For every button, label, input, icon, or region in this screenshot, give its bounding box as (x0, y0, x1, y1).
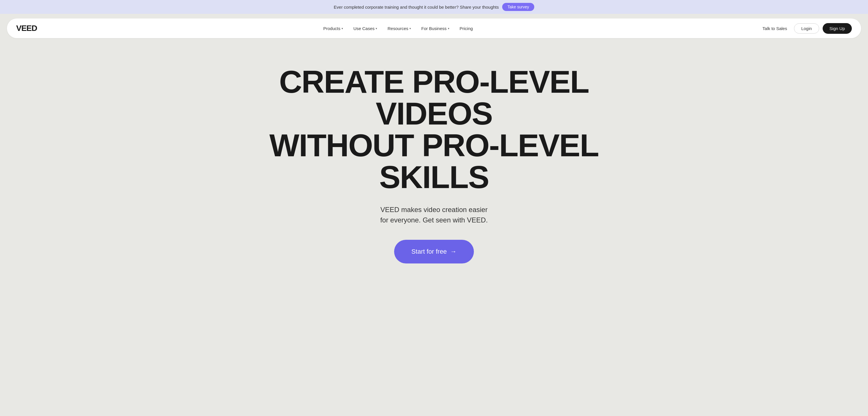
nav-item-for-business[interactable]: For Business ▾ (417, 24, 454, 33)
start-free-button[interactable]: Start for free → (394, 240, 474, 263)
nav-links: Products ▾ Use Cases ▾ Resources ▾ For B… (319, 24, 477, 33)
announcement-banner: Ever completed corporate training and th… (0, 0, 868, 14)
hero-section: CREATE PRO-LEVEL VIDEOS WITHOUT PRO-LEVE… (0, 43, 868, 263)
resources-label: Resources (388, 26, 408, 31)
use-cases-chevron-icon: ▾ (376, 27, 377, 30)
nav-item-pricing[interactable]: Pricing (455, 24, 477, 33)
hero-headline: CREATE PRO-LEVEL VIDEOS WITHOUT PRO-LEVE… (246, 66, 622, 193)
hero-headline-line1: CREATE PRO-LEVEL VIDEOS (279, 64, 589, 131)
resources-chevron-icon: ▾ (409, 27, 411, 30)
navbar: VEED Products ▾ Use Cases ▾ Resources ▾ … (7, 19, 861, 38)
nav-item-resources[interactable]: Resources ▾ (383, 24, 415, 33)
for-business-label: For Business (421, 26, 447, 31)
products-chevron-icon: ▾ (342, 27, 343, 30)
nav-item-use-cases[interactable]: Use Cases ▾ (349, 24, 382, 33)
take-survey-button[interactable]: Take survey (502, 3, 534, 11)
signup-button[interactable]: Sign Up (823, 23, 852, 34)
arrow-icon: → (450, 248, 457, 255)
nav-item-products[interactable]: Products ▾ (319, 24, 348, 33)
hero-headline-line2: WITHOUT PRO-LEVEL SKILLS (269, 127, 598, 195)
use-cases-label: Use Cases (353, 26, 374, 31)
nav-actions: Talk to Sales Login Sign Up (759, 23, 852, 34)
logo[interactable]: VEED (16, 24, 37, 33)
start-free-label: Start for free (411, 248, 447, 255)
hero-subtext-line2: for everyone. Get seen with VEED. (380, 216, 488, 224)
hero-subtext-line1: VEED makes video creation easier (380, 206, 488, 214)
for-business-chevron-icon: ▾ (448, 27, 449, 30)
banner-text: Ever completed corporate training and th… (334, 5, 499, 9)
pricing-label: Pricing (460, 26, 473, 31)
products-label: Products (323, 26, 340, 31)
login-button[interactable]: Login (794, 23, 819, 33)
talk-to-sales-link[interactable]: Talk to Sales (759, 24, 790, 33)
hero-subtext: VEED makes video creation easier for eve… (6, 204, 862, 225)
